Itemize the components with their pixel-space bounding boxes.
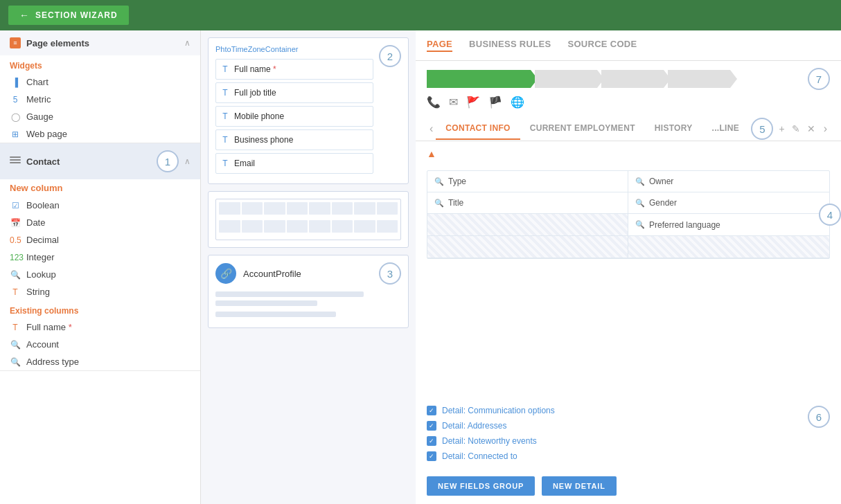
tab-history[interactable]: HISTORY bbox=[645, 118, 702, 140]
new-detail-button[interactable]: NEW DETAIL bbox=[542, 476, 617, 496]
tab-timeline[interactable]: ...LINE bbox=[702, 118, 749, 140]
flag-blue-icon[interactable]: 🚩 bbox=[466, 96, 480, 109]
contact-header-left: Contact bbox=[10, 156, 60, 167]
existing-fullname[interactable]: T Full name * bbox=[0, 318, 200, 336]
chart-label: Chart bbox=[26, 77, 48, 87]
preferred-lang-search-icon: 🔍 bbox=[635, 220, 645, 229]
grid-cell bbox=[377, 220, 398, 233]
detail-noteworthy-checkbox[interactable] bbox=[427, 436, 436, 446]
close-tab-icon[interactable]: ✕ bbox=[806, 122, 817, 136]
metric-icon: 5 bbox=[10, 95, 21, 105]
gauge-label: Gauge bbox=[26, 111, 53, 122]
webpage-icon: ⊞ bbox=[10, 129, 21, 139]
string-item[interactable]: T String bbox=[0, 283, 200, 300]
grid-cell bbox=[242, 202, 263, 215]
detail-addresses-label[interactable]: Detail: Addresses bbox=[442, 421, 506, 431]
container-label: PhtoTimeZoneContainer bbox=[215, 45, 373, 53]
existing-columns-label: Existing columns bbox=[0, 300, 200, 318]
detail-noteworthy-label[interactable]: Detail: Noteworthy events bbox=[442, 436, 537, 446]
fields-grid: 🔍 Type 🔍 Owner 🔍 Title 🔍 Gender bbox=[427, 170, 830, 259]
field-gender[interactable]: 🔍 Gender bbox=[628, 192, 829, 214]
grid-placeholder-section bbox=[208, 191, 409, 248]
widget-webpage[interactable]: ⊞ Web page bbox=[0, 125, 200, 143]
title-search-icon: 🔍 bbox=[434, 199, 444, 208]
line-1 bbox=[215, 291, 364, 297]
step-2 bbox=[535, 70, 604, 88]
field-empty-br bbox=[628, 236, 829, 258]
grid-cell bbox=[264, 220, 285, 233]
badge-1: 1 bbox=[157, 150, 179, 172]
boolean-item[interactable]: ☑ Boolean bbox=[0, 197, 200, 214]
nav-right-icon[interactable]: › bbox=[821, 117, 830, 141]
date-item[interactable]: 📅 Date bbox=[0, 214, 200, 231]
add-tab-icon[interactable]: + bbox=[777, 122, 786, 136]
collapse-fields-icon[interactable]: ▲ bbox=[427, 148, 436, 159]
new-column-item[interactable]: New column bbox=[0, 179, 200, 197]
widgets-label: Widgets bbox=[0, 55, 200, 73]
field-email-icon: T bbox=[220, 159, 230, 168]
widget-chart[interactable]: ▐ Chart bbox=[0, 73, 200, 91]
type-search-icon: 🔍 bbox=[434, 177, 444, 186]
field-business[interactable]: T Business phone bbox=[215, 129, 373, 150]
detail-connected-label[interactable]: Detail: Connected to bbox=[442, 451, 517, 461]
section-wizard-button[interactable]: ← SECTION WIZARD bbox=[8, 6, 129, 25]
step-3 bbox=[601, 70, 671, 88]
field-mobile[interactable]: T Mobile phone bbox=[215, 106, 373, 127]
existing-addresstype[interactable]: 🔍 Address type bbox=[0, 353, 200, 370]
account-icon: 🔗 bbox=[215, 263, 236, 284]
widget-gauge[interactable]: ◯ Gauge bbox=[0, 108, 200, 125]
chart-icon: ▐ bbox=[10, 78, 21, 87]
type-field-label: Type bbox=[448, 177, 466, 186]
grid-cell bbox=[264, 202, 285, 215]
tab-contact-info[interactable]: CONTACT INFO bbox=[436, 118, 520, 140]
detail-connected-checkbox[interactable] bbox=[427, 451, 436, 461]
top-bar: ← SECTION WIZARD bbox=[0, 0, 841, 30]
contact-icon bbox=[10, 156, 21, 166]
phone-icon[interactable]: 📞 bbox=[427, 96, 441, 109]
page-elements-header[interactable]: ≡ Page elements ∧ bbox=[0, 30, 200, 55]
field-jobtitle[interactable]: T Full job title bbox=[215, 82, 373, 103]
detail-communication-label[interactable]: Detail: Communication options bbox=[442, 406, 555, 415]
detail-noteworthy: Detail: Noteworthy events bbox=[427, 433, 801, 449]
middle-panel: PhtoTimeZoneContainer T Full name * T Fu… bbox=[201, 30, 416, 504]
widget-metric[interactable]: 5 Metric bbox=[0, 91, 200, 108]
field-fullname-icon: T bbox=[220, 64, 230, 74]
nav-left-icon[interactable]: ‹ bbox=[427, 117, 436, 141]
field-mobile-icon: T bbox=[220, 111, 230, 121]
date-icon: 📅 bbox=[10, 218, 21, 228]
edit-tab-icon[interactable]: ✎ bbox=[790, 122, 802, 136]
field-title[interactable]: 🔍 Title bbox=[427, 192, 628, 214]
existing-account-label: Account bbox=[26, 339, 59, 350]
globe-icon[interactable]: 🌐 bbox=[511, 96, 524, 109]
contact-header[interactable]: Contact 1 ∧ bbox=[0, 143, 200, 179]
flag-orange-icon[interactable]: 🏴 bbox=[488, 96, 502, 109]
tab-current-employment[interactable]: CURRENT EMPLOYMENT bbox=[520, 118, 645, 140]
field-fullname[interactable]: T Full name * bbox=[215, 59, 373, 80]
contact-fields-section: PhtoTimeZoneContainer T Full name * T Fu… bbox=[208, 37, 409, 184]
field-type[interactable]: 🔍 Type bbox=[427, 171, 628, 192]
detail-communication-checkbox[interactable] bbox=[427, 406, 436, 415]
integer-item[interactable]: 123 Integer bbox=[0, 249, 200, 266]
field-preferred-lang[interactable]: 🔍 Preferred language bbox=[628, 214, 829, 236]
detail-addresses-checkbox[interactable] bbox=[427, 421, 436, 431]
field-email[interactable]: T Email bbox=[215, 153, 373, 174]
grid-cell bbox=[354, 220, 375, 233]
grid-cell bbox=[219, 220, 240, 233]
lookup-icon: 🔍 bbox=[10, 270, 21, 280]
lookup-item[interactable]: 🔍 Lookup bbox=[0, 266, 200, 283]
email-icon[interactable]: ✉ bbox=[449, 96, 458, 109]
existing-account[interactable]: 🔍 Account bbox=[0, 336, 200, 353]
account-profile-name: AccountProfile bbox=[243, 269, 301, 279]
right-tabs: PAGE BUSINESS RULES SOURCE CODE bbox=[416, 30, 841, 61]
tab-business-rules[interactable]: BUSINESS RULES bbox=[469, 39, 551, 52]
decimal-item[interactable]: 0.5 Decimal bbox=[0, 231, 200, 249]
grid-cell bbox=[354, 202, 375, 215]
field-owner[interactable]: 🔍 Owner bbox=[628, 171, 829, 192]
badge-7: 7 bbox=[808, 68, 830, 90]
tab-page[interactable]: PAGE bbox=[427, 39, 452, 52]
grid-cell bbox=[287, 202, 308, 215]
new-fields-group-button[interactable]: NEW FIELDS GROUP bbox=[427, 476, 535, 496]
tab-source-code[interactable]: SOURCE CODE bbox=[567, 39, 637, 52]
date-label: Date bbox=[26, 217, 45, 228]
field-business-icon: T bbox=[220, 135, 230, 145]
